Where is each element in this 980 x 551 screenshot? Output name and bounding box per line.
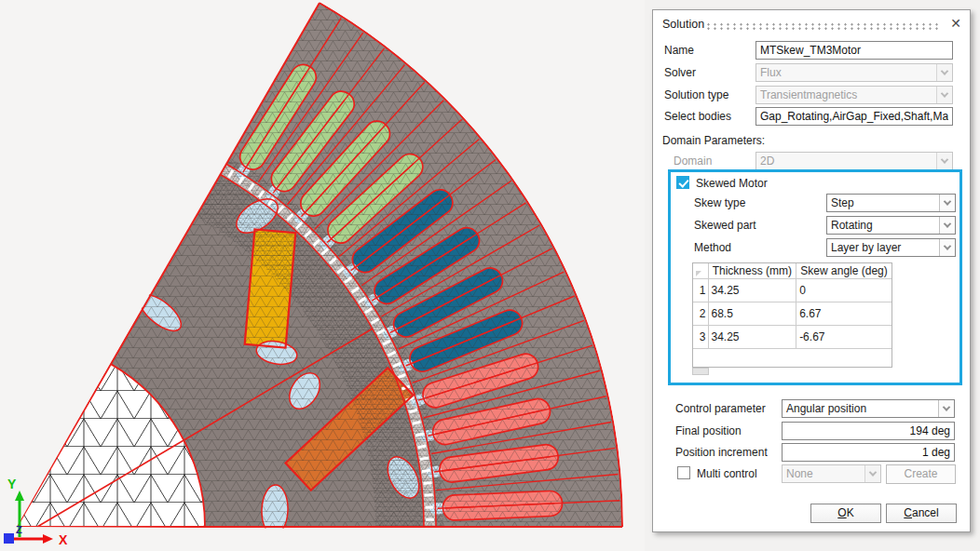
position-increment-label: Position increment — [675, 446, 768, 459]
chevron-down-icon — [936, 153, 952, 169]
table-corner-cell[interactable] — [693, 263, 708, 278]
method-label: Method — [694, 241, 731, 254]
table-row[interactable]: 134.250 — [693, 278, 892, 302]
multi-control-row: Multi control None Create — [653, 464, 970, 483]
close-icon[interactable]: ✕ — [950, 16, 961, 31]
chevron-down-icon — [939, 217, 955, 234]
skewed-part-label: Skewed part — [694, 219, 756, 232]
col-header-skew-angle[interactable]: Skew angle (deg) — [796, 263, 892, 278]
control-parameter-row: Control parameter Angular position — [653, 399, 970, 418]
select-bodies-input[interactable] — [755, 107, 953, 126]
name-label: Name — [664, 44, 694, 57]
domain-parameters-label: Domain Parameters: — [662, 134, 765, 147]
final-position-row: Final position — [653, 422, 970, 440]
panel-drag-grip[interactable] — [705, 22, 938, 31]
name-row: Name — [653, 41, 970, 60]
thickness-cell[interactable]: 34.25 — [708, 325, 796, 348]
final-position-label: Final position — [675, 424, 742, 437]
skew-type-select[interactable]: Step — [826, 194, 956, 212]
control-parameter-label: Control parameter — [675, 402, 766, 415]
skewed-motor-label: Skewed Motor — [696, 177, 768, 190]
position-increment-row: Position increment — [653, 443, 970, 462]
solution-type-label: Solution type — [664, 88, 728, 101]
skew-angle-cell[interactable]: 6.67 — [796, 302, 892, 325]
multi-control-select: None — [782, 464, 881, 483]
chevron-down-icon — [864, 465, 880, 482]
svg-text:Z: Z — [16, 524, 22, 535]
name-input[interactable] — [755, 41, 953, 60]
skewed-part-select[interactable]: Rotating — [826, 216, 956, 235]
position-increment-input[interactable] — [782, 443, 955, 462]
chevron-down-icon — [936, 87, 952, 103]
table-row[interactable]: 334.25-6.67 — [693, 325, 892, 348]
chevron-down-icon — [939, 239, 955, 256]
row-index-cell[interactable]: 1 — [693, 278, 708, 302]
solution-type-row: Solution type Transientmagnetics — [653, 86, 970, 104]
svg-text:X: X — [59, 532, 68, 547]
solver-select: Flux — [755, 63, 953, 82]
skew-table-body: 134.250268.56.67334.25-6.67 — [693, 278, 892, 348]
cancel-button[interactable]: Cancel — [886, 504, 957, 523]
control-parameter-select[interactable]: Angular position — [782, 399, 955, 418]
skew-angle-cell[interactable]: 0 — [796, 278, 892, 302]
col-header-thickness[interactable]: Thickness (mm) — [708, 263, 796, 278]
solution-type-select: Transientmagnetics — [755, 86, 953, 104]
table-row[interactable]: 268.56.67 — [693, 302, 892, 325]
chevron-down-icon — [936, 64, 952, 81]
svg-text:Y: Y — [7, 477, 17, 491]
row-index-cell[interactable]: 3 — [693, 325, 708, 348]
ok-button[interactable]: OK — [810, 504, 881, 523]
select-bodies-row: Select bodies — [653, 107, 970, 126]
mesh-viewport-canvas[interactable]: Y X Z — [0, 0, 645, 551]
skew-angle-cell[interactable]: -6.67 — [796, 325, 892, 348]
solver-row: Solver Flux — [653, 63, 970, 82]
multi-control-label: Multi control — [697, 467, 757, 480]
multi-control-checkbox[interactable] — [677, 466, 690, 479]
solution-panel: Solution ✕ Name Solver Flux Solution typ… — [652, 9, 971, 532]
table-scrollbar-stub[interactable] — [692, 368, 709, 375]
skew-layers-table: Thickness (mm) Skew angle (deg) 134.2502… — [692, 262, 892, 368]
panel-title: Solution — [662, 18, 704, 31]
row-index-cell[interactable]: 2 — [693, 302, 708, 325]
skew-type-label: Skew type — [694, 196, 745, 209]
corner-triangle-icon — [696, 271, 701, 276]
thickness-cell[interactable]: 34.25 — [708, 278, 796, 302]
select-bodies-label: Select bodies — [664, 110, 731, 123]
domain-label: Domain — [674, 155, 712, 168]
final-position-input[interactable] — [782, 422, 955, 440]
method-select[interactable]: Layer by layer — [826, 238, 956, 257]
thickness-cell[interactable]: 68.5 — [708, 302, 796, 325]
chevron-down-icon — [939, 195, 955, 211]
domain-select: 2D — [755, 152, 953, 170]
skew-highlight-box: Skewed Motor Skew type Step Skewed part … — [668, 169, 962, 385]
create-button: Create — [886, 464, 956, 484]
skewed-motor-checkbox[interactable] — [676, 176, 689, 189]
domain-row: Domain 2D — [653, 152, 970, 170]
chevron-down-icon — [938, 400, 954, 417]
solver-label: Solver — [664, 66, 696, 79]
